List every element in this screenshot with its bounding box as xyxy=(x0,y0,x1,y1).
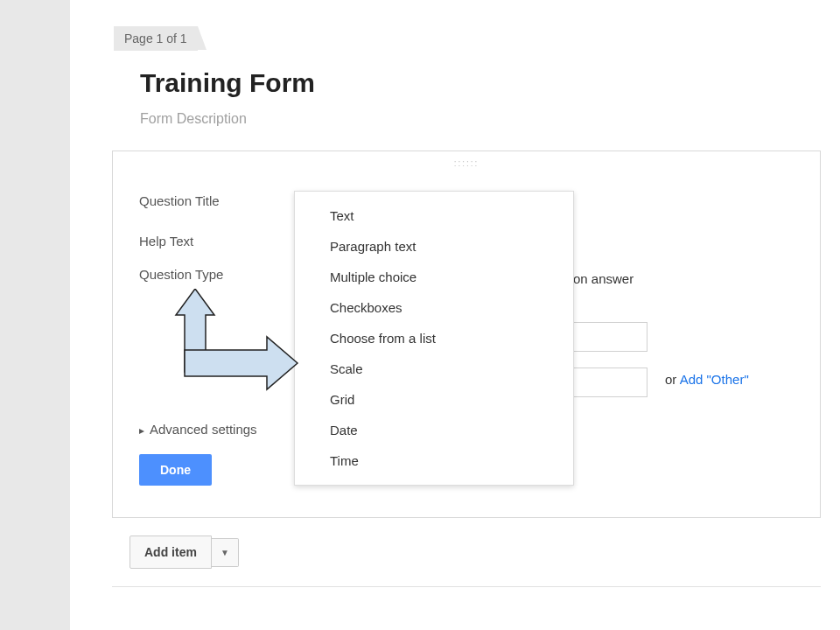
question-title-label: Question Title xyxy=(139,193,297,208)
dropdown-item-checkboxes[interactable]: Checkboxes xyxy=(295,292,573,323)
question-type-dropdown: Text Paragraph text Multiple choice Chec… xyxy=(294,191,574,486)
add-other-text: or Add "Other" xyxy=(665,372,749,387)
dropdown-item-paragraph[interactable]: Paragraph text xyxy=(295,231,573,262)
add-item-row: Add item ▼ xyxy=(130,536,239,569)
add-item-button[interactable]: Add item xyxy=(130,536,212,569)
help-text-label: Help Text xyxy=(139,234,297,248)
dropdown-item-scale[interactable]: Scale xyxy=(295,354,573,384)
bottom-divider xyxy=(112,586,821,587)
add-item-dropdown-toggle[interactable]: ▼ xyxy=(212,538,239,567)
form-title[interactable]: Training Form xyxy=(140,68,779,98)
left-gray-column xyxy=(0,0,70,630)
form-description[interactable]: Form Description xyxy=(140,111,779,127)
add-other-prefix: or xyxy=(665,372,680,387)
add-other-link[interactable]: Add "Other" xyxy=(680,372,749,387)
drag-handle-icon[interactable]: :::::: xyxy=(454,158,480,168)
page-tab[interactable]: Page 1 of 1 xyxy=(114,26,198,51)
chevron-down-icon: ▼ xyxy=(220,548,229,557)
dropdown-item-time[interactable]: Time xyxy=(295,445,573,476)
dropdown-item-choose-list[interactable]: Choose from a list xyxy=(295,323,573,354)
done-button[interactable]: Done xyxy=(139,454,212,486)
dropdown-item-text[interactable]: Text xyxy=(295,200,573,231)
dropdown-item-date[interactable]: Date xyxy=(295,415,573,445)
goto-page-hint: on answer xyxy=(573,271,634,286)
question-type-label: Question Type xyxy=(139,267,297,282)
dropdown-item-multiple-choice[interactable]: Multiple choice xyxy=(295,262,573,292)
form-header: Training Form Form Description xyxy=(114,51,805,136)
form-builder-area: Page 1 of 1 Training Form Form Descripti… xyxy=(114,26,805,136)
dropdown-item-grid[interactable]: Grid xyxy=(295,384,573,415)
